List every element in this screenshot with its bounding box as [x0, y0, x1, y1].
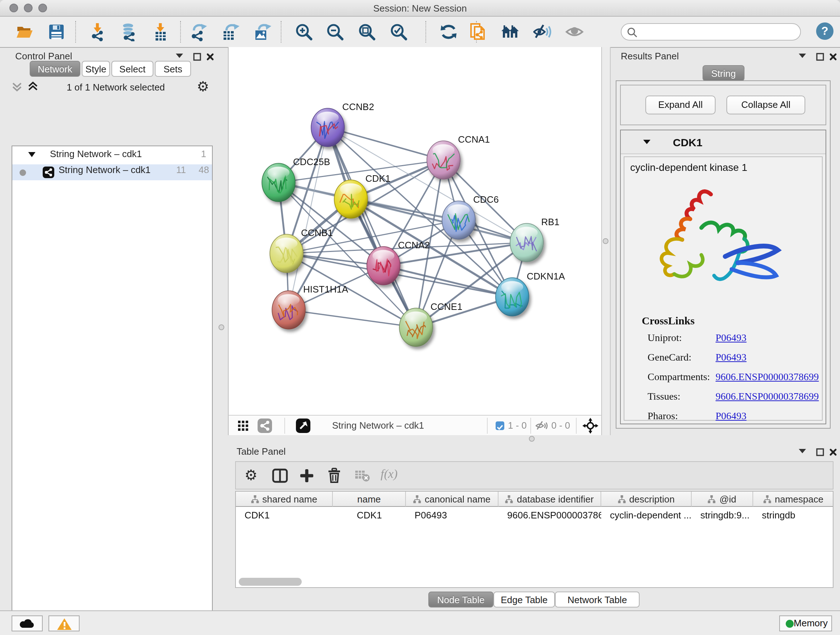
hide-selected-eye-icon[interactable]: [533, 22, 552, 41]
collection-expander-icon[interactable]: [28, 152, 35, 157]
column-header-name[interactable]: name: [333, 492, 406, 507]
network-view-type-icon[interactable]: [257, 418, 272, 433]
panel-menu-icon[interactable]: [799, 449, 806, 453]
zoom-out-icon[interactable]: [325, 22, 344, 41]
column-header-namespace[interactable]: namespace: [753, 492, 834, 507]
crosslink-link[interactable]: P06493: [715, 333, 747, 343]
cloud-button[interactable]: [11, 616, 43, 631]
first-neighbors-houses-icon[interactable]: [501, 22, 519, 41]
close-panel-icon[interactable]: [206, 51, 214, 64]
table-cell-namespace[interactable]: stringdb: [753, 508, 834, 523]
expand-all-tree-icon[interactable]: [27, 81, 38, 95]
column-header-databaseidentifier[interactable]: database identifier: [499, 492, 601, 507]
network-node-CCNE1[interactable]: CCNE1: [399, 301, 462, 347]
table-settings-gear-icon[interactable]: ⚙: [245, 466, 257, 484]
show-all-eye-icon[interactable]: [565, 22, 584, 41]
float-panel-icon[interactable]: [816, 446, 824, 459]
delete-column-trash-icon[interactable]: [327, 468, 341, 486]
crosslink-link[interactable]: P06493: [715, 410, 747, 421]
table-cell-id[interactable]: stringdb:9...: [692, 508, 753, 523]
warning-button[interactable]: [49, 616, 80, 631]
selected-checkbox-icon[interactable]: [496, 421, 504, 430]
tab-node-table[interactable]: Node Table: [428, 592, 493, 608]
column-header-sharedname[interactable]: shared name: [236, 492, 333, 507]
network-status-bullet: [19, 169, 26, 176]
export-table-icon[interactable]: [221, 22, 240, 41]
tab-select[interactable]: Select: [111, 61, 153, 77]
gene-section-header[interactable]: CDK1: [621, 130, 826, 154]
open-session-icon[interactable]: [15, 22, 34, 41]
network-node-HIST1H1A[interactable]: HIST1H1A: [272, 284, 348, 329]
delete-table-icon[interactable]: [355, 469, 370, 485]
network-node-CCNB2[interactable]: CCNB2: [311, 101, 374, 147]
table-cell-databaseidentifier[interactable]: 9606.ENSP00000378699: [499, 508, 601, 523]
collapse-all-tree-icon[interactable]: [11, 81, 22, 95]
column-header-canonicalname[interactable]: canonical name: [406, 492, 499, 507]
column-label: namespace: [775, 494, 823, 505]
show-columns-icon[interactable]: [272, 469, 288, 486]
tab-sets[interactable]: Sets: [155, 61, 191, 77]
function-builder-icon[interactable]: f(x): [381, 467, 398, 481]
import-network-database-icon[interactable]: [119, 22, 138, 41]
table-cell-sharedname[interactable]: CDK1: [236, 508, 333, 523]
export-network-icon[interactable]: [189, 22, 208, 41]
network-row-selected[interactable]: String Network – cdk1 11 48: [12, 165, 212, 180]
search-input[interactable]: [621, 23, 801, 41]
network-node-CDC6[interactable]: CDC6: [442, 194, 499, 239]
tab-network-table[interactable]: Network Table: [555, 592, 639, 608]
float-panel-icon[interactable]: [193, 51, 201, 64]
import-network-file-icon[interactable]: [88, 22, 107, 41]
network-canvas[interactable]: CCNB2CCNA1CDC25BCDK1CDC6RB1CCNB1CCNA2CDK…: [228, 47, 601, 415]
table-cell-description[interactable]: cyclin-dependent ...: [601, 508, 692, 523]
birds-eye-crosshair-icon[interactable]: [583, 418, 598, 437]
refresh-icon[interactable]: [439, 22, 458, 41]
help-button[interactable]: ?: [816, 22, 834, 40]
network-node-CCNA1[interactable]: CCNA1: [427, 134, 490, 179]
column-header-description[interactable]: description: [601, 492, 692, 507]
network-node-CCNB1[interactable]: CCNB1: [270, 227, 333, 272]
network-node-CDKN1A[interactable]: CDKN1A: [496, 271, 565, 316]
zoom-selected-icon[interactable]: [389, 22, 408, 41]
network-node-RB1[interactable]: RB1: [510, 217, 560, 262]
tab-style[interactable]: Style: [82, 61, 110, 77]
column-header-id[interactable]: @id: [692, 492, 753, 507]
network-node-CDK1[interactable]: CDK1: [334, 173, 390, 218]
zoom-in-icon[interactable]: [294, 22, 313, 41]
table-cell-canonicalname[interactable]: P06493: [406, 508, 499, 523]
tab-network[interactable]: Network: [30, 61, 80, 77]
network-node-CDC25B[interactable]: CDC25B: [262, 157, 330, 202]
crosslink-link[interactable]: P06493: [715, 352, 747, 363]
results-panel-title: Results Panel: [621, 51, 679, 62]
expand-all-button[interactable]: Expand All: [645, 96, 715, 114]
crosslink-link[interactable]: 9606.ENSP00000378699: [715, 371, 819, 382]
tab-edge-table[interactable]: Edge Table: [493, 592, 555, 608]
float-panel-icon[interactable]: [816, 51, 824, 64]
zoom-fit-icon[interactable]: [357, 22, 376, 41]
import-table-icon[interactable]: [151, 22, 170, 41]
table-horizontal-scrollbar[interactable]: [239, 578, 302, 586]
collapse-all-button[interactable]: Collapse All: [726, 96, 805, 114]
toolbar-separator: [576, 418, 576, 434]
network-options-gear-icon[interactable]: ⚙: [197, 78, 209, 95]
network-collection-row[interactable]: String Network – cdk1 1: [12, 149, 212, 165]
right-splitter-handle[interactable]: [603, 238, 608, 244]
network-selection-status: 1 of 1 Network selected: [43, 82, 188, 93]
memory-button[interactable]: Memory: [779, 616, 832, 631]
panel-menu-icon[interactable]: [799, 54, 806, 58]
crosslink-link[interactable]: 9606.ENSP00000378699: [715, 391, 819, 402]
save-session-icon[interactable]: [47, 22, 66, 41]
network-document-icon[interactable]: [469, 22, 488, 41]
add-column-icon[interactable]: [300, 469, 314, 486]
close-panel-icon[interactable]: [829, 446, 837, 459]
hidden-eye-icon[interactable]: [535, 420, 548, 434]
detach-view-icon[interactable]: [296, 418, 310, 433]
left-splitter-handle[interactable]: [218, 325, 224, 330]
tab-string[interactable]: String: [703, 65, 745, 81]
close-panel-icon[interactable]: [829, 51, 837, 64]
section-expander-icon[interactable]: [643, 140, 651, 144]
export-image-icon[interactable]: [253, 22, 271, 41]
horizontal-splitter-handle[interactable]: [529, 436, 535, 442]
grid-view-icon[interactable]: [238, 421, 248, 434]
panel-menu-icon[interactable]: [176, 54, 183, 58]
table-cell-name[interactable]: CDK1: [333, 508, 406, 523]
